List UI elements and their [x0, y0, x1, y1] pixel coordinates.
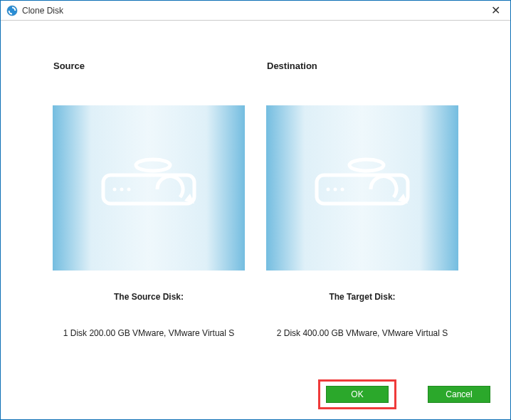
svg-point-3 — [120, 188, 124, 191]
svg-point-7 — [334, 188, 337, 191]
ok-highlight-box: OK — [318, 379, 396, 409]
content-area: Source The Source Disk: 1 Disk 200.00 GB… — [1, 21, 510, 340]
svg-point-1 — [136, 159, 170, 171]
window-title: Clone Disk — [22, 6, 487, 16]
destination-header: Destination — [267, 61, 317, 71]
svg-point-8 — [341, 188, 344, 191]
destination-disk-box[interactable] — [266, 105, 458, 271]
close-icon[interactable]: ✕ — [487, 4, 505, 17]
svg-point-6 — [327, 188, 330, 191]
source-panel: Source The Source Disk: 1 Disk 200.00 GB… — [51, 61, 247, 340]
ok-button[interactable]: OK — [326, 386, 389, 403]
svg-point-4 — [127, 188, 131, 191]
app-icon — [6, 5, 18, 16]
cancel-button[interactable]: Cancel — [428, 386, 490, 403]
source-header: Source — [53, 61, 85, 71]
svg-point-5 — [349, 159, 384, 171]
disk-icon — [312, 152, 412, 224]
source-disk-box[interactable] — [53, 105, 245, 271]
button-row: OK Cancel — [318, 379, 490, 409]
destination-disk-desc: 2 Disk 400.00 GB VMware, VMware Virtual … — [271, 327, 454, 340]
destination-section-label: The Target Disk: — [329, 292, 395, 302]
source-section-label: The Source Disk: — [114, 292, 184, 302]
destination-panel: Destination The Target Disk: 2 Disk 400.… — [264, 61, 460, 340]
disk-icon — [99, 152, 199, 224]
svg-point-2 — [113, 188, 117, 191]
source-disk-desc: 1 Disk 200.00 GB VMware, VMware Virtual … — [58, 327, 241, 340]
titlebar: Clone Disk ✕ — [1, 1, 510, 21]
